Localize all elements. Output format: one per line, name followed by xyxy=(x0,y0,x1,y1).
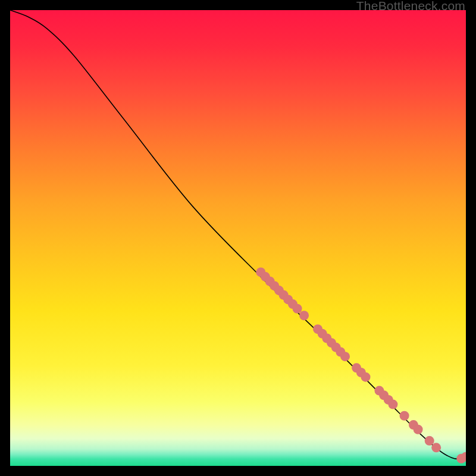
gradient-background xyxy=(10,10,466,466)
data-point xyxy=(293,304,302,314)
data-point xyxy=(425,436,434,446)
data-point xyxy=(388,400,397,409)
data-point xyxy=(400,411,409,421)
data-point xyxy=(340,352,350,361)
watermark-text: TheBottleneck.com xyxy=(356,0,465,13)
data-point xyxy=(431,443,441,452)
data-point xyxy=(299,311,309,320)
chart-stage: TheBottleneck.com xyxy=(0,0,476,476)
data-point xyxy=(361,372,370,382)
chart-svg xyxy=(10,10,466,466)
plot-area xyxy=(10,10,466,466)
data-point xyxy=(414,425,423,434)
